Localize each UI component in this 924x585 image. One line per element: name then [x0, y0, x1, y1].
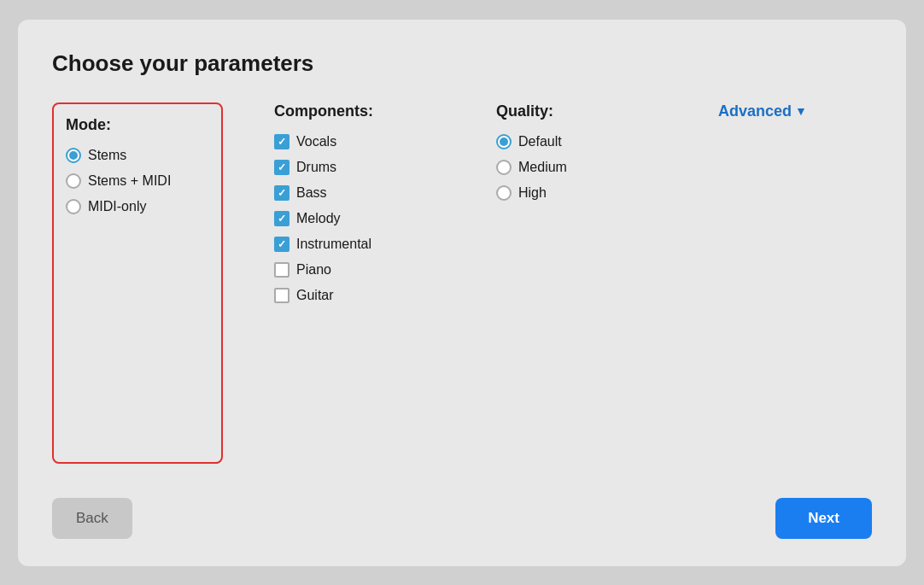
checkbox-drums[interactable]: ✓	[274, 160, 289, 175]
quality-high[interactable]: High	[496, 185, 667, 201]
quality-section: Quality: Default Medium High	[496, 102, 667, 464]
components-label: Components:	[274, 102, 445, 120]
quality-medium[interactable]: Medium	[496, 160, 667, 175]
component-piano-label: Piano	[296, 262, 331, 278]
quality-medium-label: Medium	[518, 160, 567, 175]
checkbox-melody[interactable]: ✓	[274, 211, 289, 226]
radio-default[interactable]	[496, 134, 512, 149]
checkbox-bass[interactable]: ✓	[274, 185, 289, 201]
quality-default-label: Default	[518, 134, 562, 149]
radio-stems-midi[interactable]	[66, 173, 81, 189]
mode-midi-only[interactable]: MIDI-only	[66, 199, 206, 214]
advanced-arrow: ▼	[795, 104, 807, 118]
component-vocals-label: Vocals	[296, 134, 336, 149]
component-melody-label: Melody	[296, 211, 341, 226]
checkmark-vocals: ✓	[278, 137, 286, 147]
checkbox-vocals[interactable]: ✓	[274, 134, 289, 149]
component-bass-label: Bass	[296, 185, 327, 201]
mode-label: Mode:	[66, 116, 206, 134]
checkmark-melody: ✓	[278, 214, 286, 224]
checkbox-piano[interactable]	[274, 262, 289, 278]
checkmark-instrumental: ✓	[278, 239, 286, 249]
component-vocals[interactable]: ✓ Vocals	[274, 134, 445, 149]
advanced-button[interactable]: Advanced ▼	[718, 102, 855, 120]
component-bass[interactable]: ✓ Bass	[274, 185, 445, 201]
quality-default[interactable]: Default	[496, 134, 667, 149]
component-piano[interactable]: Piano	[274, 262, 445, 278]
back-button[interactable]: Back	[52, 498, 132, 539]
component-instrumental-label: Instrumental	[296, 237, 371, 252]
mode-stems-label: Stems	[88, 148, 126, 163]
radio-high[interactable]	[496, 185, 512, 201]
footer: Back Next	[52, 498, 872, 539]
radio-midi-only[interactable]	[66, 199, 81, 214]
component-instrumental[interactable]: ✓ Instrumental	[274, 237, 445, 252]
component-guitar[interactable]: Guitar	[274, 288, 445, 303]
quality-high-label: High	[518, 185, 547, 201]
mode-section: Mode: Stems Stems + MIDI MIDI-only	[52, 102, 223, 464]
mode-midi-only-label: MIDI-only	[88, 199, 146, 214]
checkbox-instrumental[interactable]: ✓	[274, 237, 289, 252]
component-melody[interactable]: ✓ Melody	[274, 211, 445, 226]
component-guitar-label: Guitar	[296, 288, 334, 303]
mode-stems-midi[interactable]: Stems + MIDI	[66, 173, 206, 189]
page-title: Choose your parameters	[52, 50, 872, 77]
components-section: Components: ✓ Vocals ✓ Drums ✓ Bass	[274, 102, 445, 464]
component-drums[interactable]: ✓ Drums	[274, 160, 445, 175]
radio-medium[interactable]	[496, 160, 512, 175]
radio-stems[interactable]	[66, 148, 81, 163]
checkbox-guitar[interactable]	[274, 288, 289, 303]
next-button[interactable]: Next	[775, 498, 872, 539]
advanced-section: Advanced ▼	[718, 102, 855, 464]
component-drums-label: Drums	[296, 160, 336, 175]
checkmark-bass: ✓	[278, 188, 286, 198]
mode-stems[interactable]: Stems	[66, 148, 206, 163]
checkmark-drums: ✓	[278, 162, 286, 173]
dialog: Choose your parameters Mode: Stems Stems…	[18, 20, 906, 566]
params-row: Mode: Stems Stems + MIDI MIDI-only Compo…	[52, 102, 872, 464]
advanced-label: Advanced	[718, 102, 792, 120]
quality-label: Quality:	[496, 102, 667, 120]
mode-stems-midi-label: Stems + MIDI	[88, 173, 171, 189]
